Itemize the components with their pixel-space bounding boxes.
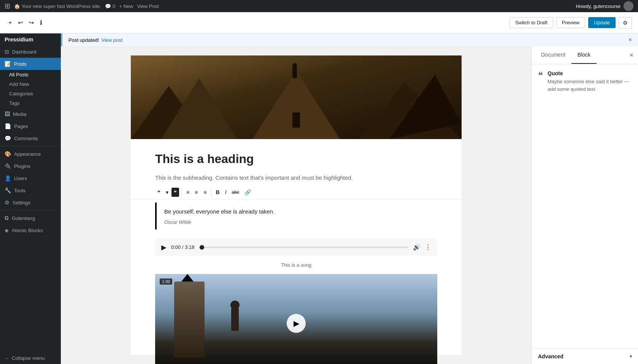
site-icon: 🏠 [14, 3, 20, 9]
settings-button[interactable]: ⚙ [619, 17, 632, 28]
sidebar-divider-1 [0, 146, 61, 146]
play-button[interactable]: ▶ [161, 243, 167, 252]
align-left-button[interactable]: ≡ [184, 188, 192, 197]
content-wrapper: Post updated! View post × [61, 33, 638, 364]
advanced-section: Advanced ▾ [532, 348, 638, 364]
align-right-button[interactable]: ≡ [201, 188, 208, 197]
align-center-button[interactable]: ≡ [192, 188, 200, 197]
video-play-overlay[interactable]: ▶ [287, 314, 306, 333]
svg-rect-15 [190, 304, 195, 311]
howdy-text: Howdy, gutencourse [576, 3, 621, 9]
svg-rect-12 [176, 293, 180, 304]
video-block[interactable]: 1:00 ▶ [155, 274, 437, 364]
main-layout: Pressidium ⊟ Dashboard 📝 Posts All Posts… [0, 33, 638, 364]
sidebar-item-gutenberg[interactable]: G Gutenberg [0, 212, 61, 224]
update-button[interactable]: Update [588, 17, 616, 28]
sidebar-item-settings[interactable]: ⚙ Settings [0, 196, 61, 209]
comments-icon: 💬 [5, 135, 11, 141]
link-button[interactable]: 🔗 [242, 188, 253, 197]
sidebar-item-atomic-blocks[interactable]: ◈ Atomic Blocks [0, 224, 61, 236]
toolbar-separator-2 [211, 188, 211, 197]
media-icon: 🖼 [5, 111, 10, 117]
sidebar-item-tags[interactable]: Tags [5, 98, 61, 108]
redo-button[interactable]: ↪ [27, 17, 36, 28]
sidebar-item-users[interactable]: 👤 Users [0, 172, 61, 184]
sidebar-item-dashboard[interactable]: ⊟ Dashboard [0, 46, 61, 58]
add-block-button[interactable]: + [6, 17, 14, 28]
notice-bar: Post updated! View post × [61, 33, 638, 46]
quote-style-button[interactable]: ❝ [155, 188, 163, 197]
wp-logo-icon[interactable]: ⊞ [5, 2, 10, 10]
sidebar-item-all-posts[interactable]: All Posts [5, 70, 61, 79]
svg-rect-14 [182, 304, 186, 311]
dashboard-icon: ⊟ [5, 49, 9, 55]
bold-button[interactable]: B [214, 188, 222, 197]
sidebar-site-name: Pressidium [0, 33, 61, 46]
sidebar-item-media[interactable]: 🖼 Media [0, 108, 61, 120]
sidebar-label-users: Users [14, 176, 27, 181]
sidebar-label-plugins: Plugins [14, 163, 30, 169]
quote-panel-icon: ❝ [538, 70, 543, 81]
admin-avatar[interactable] [624, 1, 633, 11]
sidebar-label-dashboard: Dashboard [12, 49, 37, 55]
post-subheading[interactable]: This is the subheading. Contains text th… [131, 170, 462, 185]
sidebar-item-appearance[interactable]: 🎨 Appearance [0, 148, 61, 160]
view-post-link-bar[interactable]: View Post [137, 3, 159, 9]
view-post-link[interactable]: View post [101, 37, 122, 43]
sidebar-item-plugins[interactable]: 🔌 Plugins [0, 160, 61, 172]
sidebar-item-add-new[interactable]: Add New [5, 79, 61, 89]
sidebar-item-posts[interactable]: 📝 Posts [0, 58, 61, 70]
sidebar-label-gutenberg: Gutenberg [12, 215, 35, 221]
sidebar-label-tools: Tools [14, 188, 25, 193]
toolbar-right: Switch to Draft Preview Update ⚙ [509, 17, 632, 28]
tab-block[interactable]: Block [571, 46, 597, 64]
sidebar-label-pages: Pages [14, 123, 28, 129]
sidebar-item-comments[interactable]: 💬 Comments [0, 132, 61, 144]
sidebar-item-tools[interactable]: 🔧 Tools [0, 184, 61, 196]
svg-rect-13 [195, 293, 199, 304]
pressidium-label: Pressidium [5, 36, 33, 43]
sidebar-item-pages[interactable]: 📄 Pages [0, 120, 61, 132]
toolbar-separator-1 [181, 188, 182, 197]
sidebar-label-appearance: Appearance [14, 151, 41, 157]
panel-close-button[interactable]: × [628, 50, 635, 61]
svg-rect-16 [182, 320, 186, 326]
add-new-label: Add New [9, 81, 29, 87]
audio-more-icon[interactable]: ⋮ [425, 244, 431, 251]
tab-document[interactable]: Document [535, 46, 571, 64]
collapse-menu-button[interactable]: ← Collapse menu [0, 352, 61, 364]
editor-toolbar: + ↩ ↪ ℹ Switch to Draft Preview Update ⚙ [0, 12, 638, 33]
collapse-icon: ← [5, 355, 10, 361]
post-heading[interactable]: This is a heading [131, 139, 462, 170]
audio-time: 0:00 / 3:18 [171, 244, 194, 250]
sidebar-item-categories[interactable]: Categories [5, 89, 61, 98]
quote-style-dropdown[interactable]: ▾ [163, 188, 171, 197]
audio-progress-bar[interactable] [199, 247, 408, 248]
new-button-bar[interactable]: + New [119, 3, 133, 9]
pages-icon: 📄 [5, 123, 11, 129]
strikethrough-button[interactable]: abc [230, 188, 241, 196]
preview-button[interactable]: Preview [556, 17, 585, 28]
sidebar-divider-2 [0, 210, 61, 210]
comments-icon-bar[interactable]: 💬 0 [105, 3, 115, 9]
undo-button[interactable]: ↩ [16, 17, 25, 28]
hero-image[interactable] [131, 55, 462, 139]
notice-close-button[interactable]: × [628, 36, 632, 43]
audio-volume-icon[interactable]: 🔊 [413, 244, 421, 251]
quote-panel-title: Quote [548, 70, 632, 76]
italic-button[interactable]: I [223, 188, 229, 197]
quote-panel-header: ❝ Quote Maybe someone else said it bette… [538, 70, 632, 93]
advanced-header[interactable]: Advanced ▾ [532, 349, 638, 364]
panel-tabs: Document Block × [532, 46, 638, 64]
info-button[interactable]: ℹ [38, 17, 44, 28]
audio-player[interactable]: ▶ 0:00 / 3:18 🔊 ⋮ [155, 239, 437, 256]
admin-bar-left: ⊞ 🏠 Your new super fast WordPress site. … [5, 2, 571, 10]
switch-to-draft-button[interactable]: Switch to Draft [509, 17, 553, 28]
hero-image-svg [131, 55, 462, 139]
active-quote-button[interactable]: ❝ [171, 188, 179, 197]
quote-block[interactable]: Be yourself; everyone else is already ta… [155, 203, 437, 229]
posts-icon: 📝 [5, 61, 11, 67]
sidebar: Pressidium ⊟ Dashboard 📝 Posts All Posts… [0, 33, 61, 364]
sidebar-label-media: Media [13, 111, 26, 117]
advanced-label: Advanced [538, 353, 563, 359]
